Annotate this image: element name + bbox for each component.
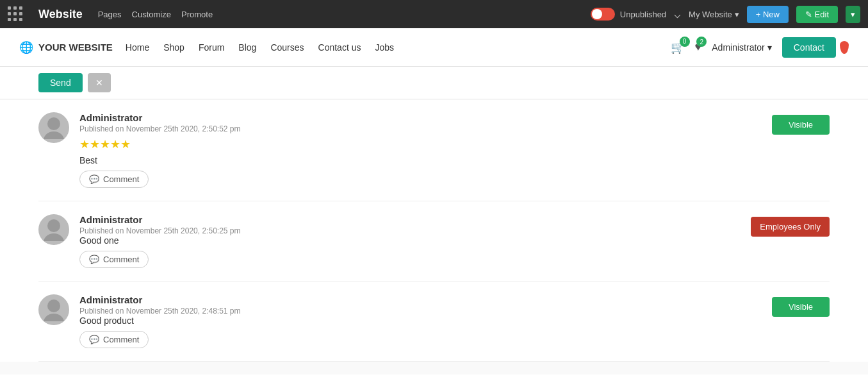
avatar [38, 112, 69, 143]
pages-link[interactable]: Pages [98, 10, 122, 19]
send-button[interactable]: Send [38, 73, 83, 92]
edit-dropdown-button[interactable]: ▾ [846, 6, 860, 23]
reviews-container: Administrator Published on November 25th… [0, 99, 868, 362]
send-row: Send ✕ [0, 67, 868, 99]
review-stars: ★★★★★ [79, 137, 762, 151]
nav-blog[interactable]: Blog [238, 42, 256, 53]
svg-point-1 [44, 131, 64, 139]
review-action: Visible [772, 297, 830, 317]
svg-point-5 [44, 314, 64, 321]
svg-point-0 [47, 117, 60, 130]
cancel-button[interactable]: ✕ [88, 73, 111, 92]
review-date: Published on November 25th 2020, 2:50:52… [79, 124, 762, 133]
review-body: Administrator Published on November 25th… [79, 112, 762, 188]
nav-forum[interactable]: Forum [199, 42, 224, 53]
review-author: Administrator [79, 214, 741, 225]
promote-link[interactable]: Promote [181, 10, 213, 19]
site-logo[interactable]: 🌐 YOUR WEBSITE [19, 40, 113, 55]
review-text: Good product [79, 316, 762, 326]
comment-icon: 💬 [89, 335, 99, 344]
globe-icon: 🌐 [19, 40, 33, 55]
review-text: Good one [79, 235, 741, 246]
review-action: Visible [772, 115, 830, 135]
comment-button[interactable]: 💬 Comment [79, 251, 149, 268]
app-logo: Website [38, 8, 83, 21]
new-button[interactable]: + New [747, 6, 789, 23]
droplet-icon [840, 41, 849, 54]
my-website-button[interactable]: My Website ▾ [689, 10, 739, 19]
nav-courses[interactable]: Courses [270, 42, 304, 53]
chevron-down-icon: ▾ [735, 10, 739, 19]
chevron-down-icon: ▾ [767, 42, 772, 53]
wishlist-icon[interactable]: ♥ 2 [695, 40, 702, 54]
review-action: Employees Only [751, 217, 830, 237]
review-date: Published on November 25th 2020, 2:50:25… [79, 226, 741, 235]
nav-shop[interactable]: Shop [163, 42, 184, 53]
site-navigation: Home Shop Forum Blog Courses Contact us … [126, 42, 658, 53]
admin-menu[interactable]: Administrator ▾ [712, 42, 771, 53]
nav-home[interactable]: Home [126, 42, 149, 53]
svg-point-2 [47, 219, 60, 232]
main-content: Send ✕ Administrator Published on Novemb… [0, 67, 868, 375]
comment-icon: 💬 [89, 255, 99, 264]
review-author: Administrator [79, 294, 762, 305]
visible-button[interactable]: Visible [772, 115, 830, 135]
visible-button[interactable]: Visible [772, 297, 830, 317]
grid-menu-icon[interactable] [8, 6, 23, 22]
comment-icon: 💬 [89, 174, 99, 184]
wishlist-badge: 2 [696, 37, 707, 47]
review-date: Published on November 25th 2020, 2:48:51… [79, 307, 762, 316]
review-item: Administrator Published on November 25th… [38, 282, 830, 362]
customize-link[interactable]: Customize [132, 10, 171, 19]
mobile-preview-icon[interactable]: ⌵ [674, 7, 681, 21]
review-body: Administrator Published on November 25th… [79, 214, 741, 268]
nav-contact[interactable]: Contact us [318, 42, 361, 53]
contact-button[interactable]: Contact [782, 37, 836, 58]
unpublished-label: Unpublished [620, 10, 666, 19]
review-item: Administrator Published on November 25th… [38, 99, 830, 201]
review-item: Administrator Published on November 25th… [38, 201, 830, 282]
publish-toggle-wrap: Unpublished [591, 8, 666, 21]
top-navigation: Website Pages Customize Promote Unpublis… [0, 0, 868, 28]
avatar [38, 214, 69, 245]
cart-badge: 0 [680, 37, 690, 47]
employees-only-button[interactable]: Employees Only [751, 217, 830, 237]
site-header: 🌐 YOUR WEBSITE Home Shop Forum Blog Cour… [0, 28, 868, 67]
review-text: Best [79, 155, 762, 165]
comment-button[interactable]: 💬 Comment [79, 171, 149, 188]
nav-jobs[interactable]: Jobs [375, 42, 394, 53]
cart-icon[interactable]: 🛒 0 [671, 40, 685, 55]
avatar [38, 294, 69, 325]
header-right: 🛒 0 ♥ 2 Administrator ▾ Contact [671, 37, 849, 58]
comment-button[interactable]: 💬 Comment [79, 331, 149, 348]
review-author: Administrator [79, 112, 762, 123]
svg-point-3 [44, 233, 64, 241]
svg-point-4 [47, 299, 60, 312]
edit-button[interactable]: ✎ Edit [796, 6, 838, 23]
publish-toggle[interactable] [591, 8, 615, 21]
review-body: Administrator Published on November 25th… [79, 294, 762, 348]
